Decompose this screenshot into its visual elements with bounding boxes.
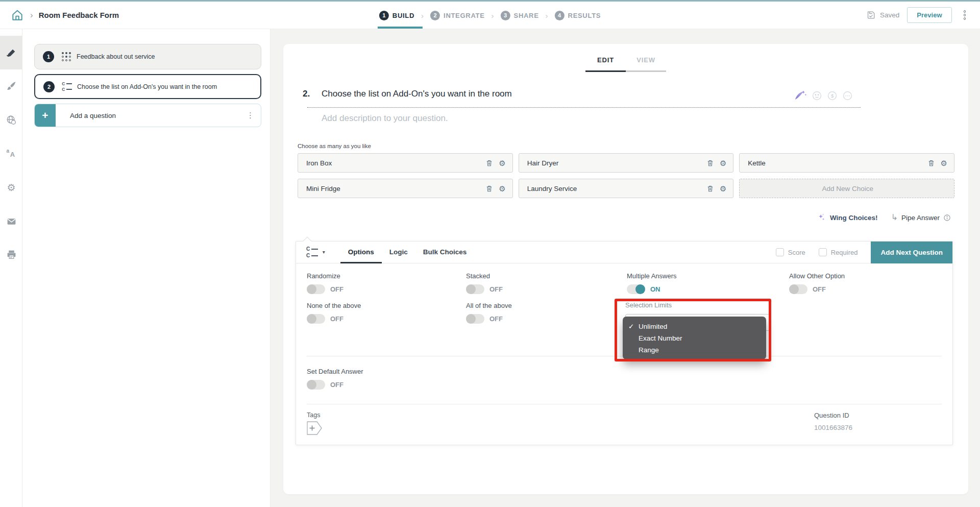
dropdown-option-exact-number[interactable]: Exact Number bbox=[623, 332, 766, 344]
divider bbox=[307, 404, 942, 404]
mail-icon bbox=[6, 216, 17, 227]
choice-chip[interactable]: Laundry Service ⚙ bbox=[519, 179, 734, 198]
saved-label: Saved bbox=[880, 11, 899, 19]
question-id-value: 1001663876 bbox=[814, 424, 852, 431]
rail-item-language[interactable]: aA bbox=[0, 142, 22, 164]
question-item-2-selected[interactable]: 2 CC Choose the list on Add-On's you wan… bbox=[34, 74, 261, 99]
delete-choice-icon[interactable] bbox=[485, 159, 493, 167]
required-checkbox[interactable]: Required bbox=[819, 248, 858, 256]
randomize-toggle[interactable] bbox=[307, 284, 325, 294]
toggle-all-of-above: All of the above OFF bbox=[466, 302, 512, 324]
multi-choice-question-icon: CC bbox=[62, 82, 72, 92]
check-icon bbox=[628, 321, 634, 332]
question-options-panel: CC Options Logic Bulk Choices Score Requ bbox=[296, 241, 953, 445]
question-type-selector[interactable]: CC bbox=[306, 247, 325, 258]
dropdown-option-range[interactable]: Range bbox=[623, 344, 766, 356]
choice-label: Laundry Service bbox=[527, 185, 577, 192]
preview-button[interactable]: Preview bbox=[907, 7, 951, 23]
home-button[interactable] bbox=[10, 8, 24, 22]
wing-choices-button[interactable]: Wing Choices! bbox=[817, 213, 878, 222]
selection-limits-label: Selection Limits bbox=[625, 301, 672, 309]
edit-pencil-icon bbox=[6, 47, 17, 58]
choice-settings-icon[interactable]: ⚙ bbox=[720, 185, 726, 192]
set-default-toggle[interactable] bbox=[307, 380, 325, 390]
tab-options[interactable]: Options bbox=[340, 242, 382, 263]
rail-item-theme[interactable] bbox=[0, 75, 22, 97]
add-question-button[interactable]: + Add a question bbox=[34, 104, 261, 127]
delete-choice-icon[interactable] bbox=[706, 159, 714, 167]
step-build[interactable]: 1 BUILD bbox=[379, 11, 414, 20]
question-number: 2. bbox=[303, 89, 310, 99]
step-share[interactable]: 3 SHARE bbox=[501, 11, 539, 20]
delete-choice-icon[interactable] bbox=[706, 185, 714, 192]
question-1-title: Feedback about out service bbox=[77, 53, 155, 60]
question-item-1[interactable]: 1 Feedback about out service bbox=[34, 44, 261, 69]
tab-logic[interactable]: Logic bbox=[382, 242, 415, 263]
tags-label: Tags bbox=[307, 412, 320, 419]
step-results-badge: 4 bbox=[555, 11, 565, 20]
choice-chip[interactable]: Iron Box ⚙ bbox=[298, 153, 513, 173]
editor-card: EDIT VIEW 2. Choose the list on Add-On's… bbox=[283, 44, 968, 494]
step-integrate[interactable]: 2 INTEGRATE bbox=[430, 11, 484, 20]
description-placeholder[interactable]: Add description to your question. bbox=[322, 113, 448, 124]
choices-grid: Iron Box ⚙ Hair Dryer ⚙ Kettle ⚙ Mini Fr… bbox=[298, 153, 954, 198]
choices-hint: Choose as many as you like bbox=[298, 143, 371, 149]
delete-choice-icon[interactable] bbox=[927, 159, 935, 167]
emoji-icon bbox=[812, 90, 822, 101]
add-new-choice-button[interactable]: Add New Choice bbox=[739, 179, 954, 198]
delete-choice-icon[interactable] bbox=[485, 185, 493, 192]
score-checkbox[interactable]: Score bbox=[776, 248, 805, 256]
step-results[interactable]: 4 RESULTS bbox=[555, 11, 601, 20]
more-options-icon bbox=[842, 90, 853, 101]
plus-icon: + bbox=[35, 104, 56, 127]
question-2-title: Choose the list on Add-On's you want in … bbox=[77, 83, 217, 90]
pipe-answer-button[interactable]: Pipe Answer bbox=[891, 213, 951, 222]
step-share-badge: 3 bbox=[501, 11, 510, 20]
choice-chip[interactable]: Kettle ⚙ bbox=[739, 153, 954, 173]
build-stepper: 1 BUILD 2 INTEGRATE 3 SHARE 4 RESULTS bbox=[379, 2, 601, 29]
add-tag-button[interactable] bbox=[307, 421, 323, 437]
choice-settings-icon[interactable]: ⚙ bbox=[941, 159, 947, 167]
tab-edit[interactable]: EDIT bbox=[585, 56, 626, 72]
choice-settings-icon[interactable]: ⚙ bbox=[499, 159, 505, 167]
sparkles-icon bbox=[817, 213, 826, 222]
choice-settings-icon[interactable]: ⚙ bbox=[720, 159, 726, 167]
header-kebab-menu-icon[interactable] bbox=[960, 8, 970, 22]
toggle-randomize: Randomize OFF bbox=[307, 272, 344, 294]
options-tabs: Options Logic Bulk Choices bbox=[340, 242, 475, 263]
choice-chip[interactable]: Hair Dryer ⚙ bbox=[519, 153, 734, 173]
choice-label: Mini Fridge bbox=[306, 185, 340, 192]
tab-bulk-choices[interactable]: Bulk Choices bbox=[415, 242, 475, 263]
allow-other-toggle[interactable] bbox=[789, 284, 807, 294]
choice-label: Iron Box bbox=[306, 159, 332, 167]
save-icon bbox=[866, 10, 876, 20]
question-1-number: 1 bbox=[43, 51, 54, 62]
rail-item-email[interactable] bbox=[0, 210, 22, 232]
all-of-above-toggle[interactable] bbox=[466, 314, 484, 324]
rail-item-settings[interactable]: ⚙ bbox=[0, 176, 22, 199]
step-chevron-icon bbox=[421, 11, 424, 20]
info-icon bbox=[943, 214, 951, 222]
toggle-set-default: Set Default Answer OFF bbox=[307, 368, 363, 390]
rail-item-print[interactable] bbox=[0, 243, 22, 265]
step-chevron-icon bbox=[492, 11, 494, 20]
add-question-kebab-icon[interactable] bbox=[247, 111, 254, 120]
app: Room Feedback Form 1 BUILD 2 INTEGRATE 3… bbox=[0, 0, 980, 507]
tab-view[interactable]: VIEW bbox=[626, 56, 666, 72]
stacked-toggle[interactable] bbox=[466, 284, 484, 294]
options-panel-header: CC Options Logic Bulk Choices Score Requ bbox=[296, 242, 952, 263]
rail-item-editor[interactable] bbox=[0, 36, 22, 69]
svg-text:$: $ bbox=[831, 93, 834, 99]
ai-wing-icon[interactable] bbox=[794, 89, 807, 102]
add-next-question-button[interactable]: Add Next Question bbox=[871, 242, 952, 263]
multiple-answers-toggle[interactable] bbox=[627, 284, 645, 294]
rail-item-domain[interactable] bbox=[0, 109, 22, 131]
choice-chip[interactable]: Mini Fridge ⚙ bbox=[298, 179, 513, 198]
none-of-above-toggle[interactable] bbox=[307, 314, 325, 324]
question-title-input[interactable]: Choose the list on Add-On's you want in … bbox=[322, 89, 512, 99]
dropdown-option-unlimited[interactable]: Unlimited bbox=[623, 321, 766, 332]
variables-icon: $ bbox=[827, 90, 838, 101]
choice-settings-icon[interactable]: ⚙ bbox=[499, 185, 505, 192]
choice-label: Hair Dryer bbox=[527, 159, 559, 167]
breadcrumb-chevron-icon bbox=[30, 11, 33, 19]
